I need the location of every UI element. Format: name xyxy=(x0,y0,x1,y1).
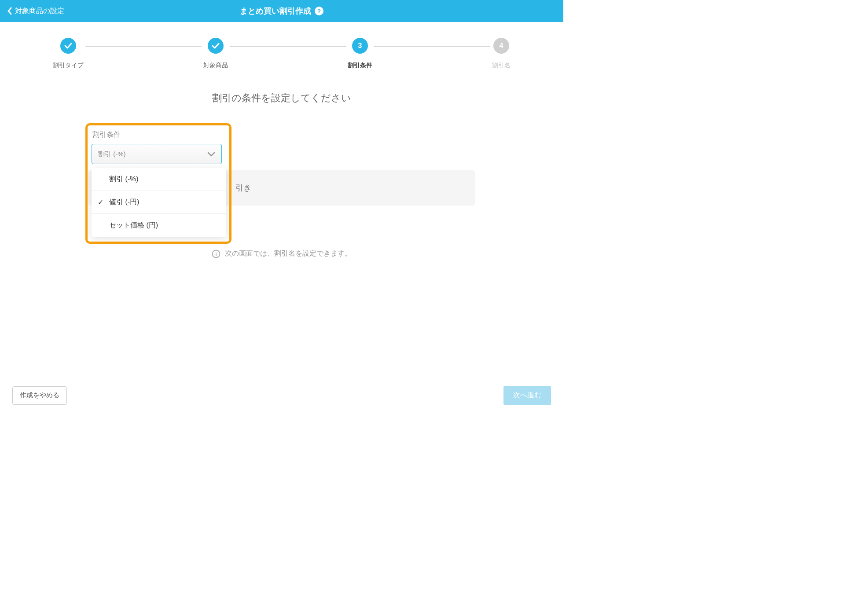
cancel-button[interactable]: 作成をやめる xyxy=(12,386,67,405)
dropdown-option-yen-off[interactable]: ✓ 値引 (-円) xyxy=(92,191,226,214)
step-connector xyxy=(374,46,490,47)
step-discount-conditions: 3 割引条件 xyxy=(348,38,372,70)
back-button[interactable]: 対象商品の設定 xyxy=(7,7,64,16)
select-value: 割引 (-%) xyxy=(98,150,126,158)
check-icon xyxy=(212,43,220,49)
discount-type-select[interactable]: 割引 (-%) xyxy=(92,144,222,164)
step-connector xyxy=(230,46,346,47)
page-title: まとめ買い割引作成 ? xyxy=(240,6,323,16)
field-label: 割引条件 xyxy=(88,126,475,139)
step-connector xyxy=(85,46,202,47)
step-label: 割引名 xyxy=(492,62,511,70)
next-button[interactable]: 次へ進む xyxy=(503,386,551,405)
step-label: 割引条件 xyxy=(348,62,372,70)
dropdown-option-set-price[interactable]: セット価格 (円) xyxy=(92,214,226,237)
option-label: セット価格 (円) xyxy=(109,221,158,230)
step-target-products: 対象商品 xyxy=(203,38,228,70)
option-label: 割引 (-%) xyxy=(109,175,139,184)
discount-type-dropdown: 割引 (-%) ✓ 値引 (-円) セット価格 (円) xyxy=(92,168,226,237)
svg-point-2 xyxy=(216,252,217,253)
progress-stepper: 割引タイプ 対象商品 3 割引条件 4 割引名 xyxy=(0,22,563,74)
page-title-text: まとめ買い割引作成 xyxy=(240,6,311,16)
info-text: 次の画面では、割引名を設定できます。 xyxy=(225,249,352,258)
dropdown-option-percent[interactable]: 割引 (-%) xyxy=(92,168,226,191)
step-discount-type: 割引タイプ xyxy=(53,38,84,70)
main-content: 割引の条件を設定してください 割引条件 割引 (-%) 割引 (-%) ✓ 値引… xyxy=(0,74,563,258)
section-heading: 割引の条件を設定してください xyxy=(0,92,563,105)
chevron-left-icon xyxy=(7,7,12,15)
check-icon xyxy=(64,43,72,49)
step-circle-done xyxy=(208,38,224,54)
info-icon xyxy=(212,249,220,258)
step-label: 対象商品 xyxy=(203,62,228,70)
option-label: 値引 (-円) xyxy=(109,198,139,207)
step-circle-pending: 4 xyxy=(493,38,509,54)
suffix-text: 引き xyxy=(235,183,251,193)
footer-bar: 作成をやめる 次へ進む xyxy=(0,380,563,411)
step-circle-active: 3 xyxy=(352,38,368,54)
form-area: 割引条件 割引 (-%) 割引 (-%) ✓ 値引 (-円) セット価格 (円)… xyxy=(88,126,475,258)
help-icon[interactable]: ? xyxy=(315,7,323,15)
info-message: 次の画面では、割引名を設定できます。 xyxy=(88,249,475,258)
app-header: 対象商品の設定 まとめ買い割引作成 ? xyxy=(0,0,563,22)
back-label: 対象商品の設定 xyxy=(15,7,64,16)
step-label: 割引タイプ xyxy=(53,62,84,70)
check-icon: ✓ xyxy=(98,198,103,206)
step-discount-name: 4 割引名 xyxy=(492,38,511,70)
chevron-down-icon xyxy=(207,151,215,157)
step-circle-done xyxy=(60,38,76,54)
